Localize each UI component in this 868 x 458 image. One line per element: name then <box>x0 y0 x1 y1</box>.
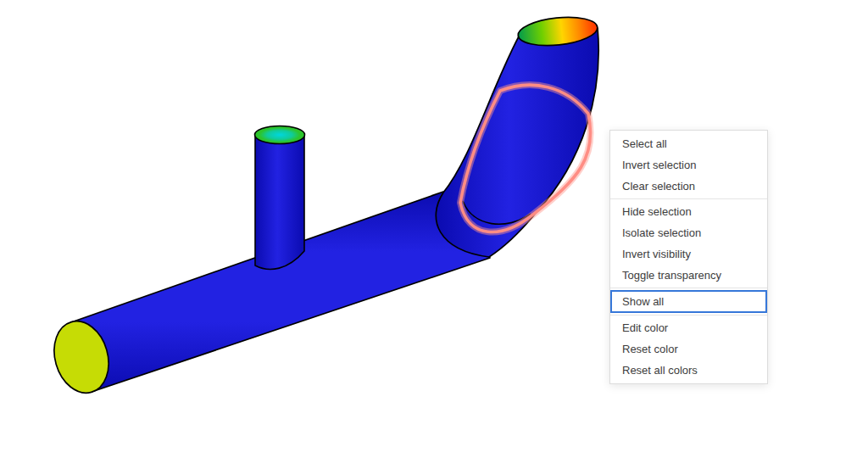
menu-item-reset-color[interactable]: Reset color <box>610 338 767 360</box>
menu-item-show-all[interactable]: Show all <box>610 290 767 313</box>
menu-item-hide-selection[interactable]: Hide selection <box>610 201 767 222</box>
menu-item-toggle-transparency[interactable]: Toggle transparency <box>610 265 767 286</box>
branch-pipe[interactable] <box>255 137 304 269</box>
menu-divider <box>610 315 767 316</box>
menu-divider <box>610 198 767 199</box>
menu-item-select-all[interactable]: Select all <box>610 133 767 154</box>
menu-item-invert-selection[interactable]: Invert selection <box>610 154 767 176</box>
menu-divider <box>610 288 767 288</box>
menu-item-clear-selection[interactable]: Clear selection <box>610 176 767 197</box>
app-window: Select all Invert selection Clear select… <box>0 0 868 458</box>
menu-item-invert-visibility[interactable]: Invert visibility <box>610 243 767 265</box>
menu-item-reset-all-colors[interactable]: Reset all colors <box>610 360 767 381</box>
branch-pipe-top-cap[interactable] <box>255 126 305 144</box>
menu-item-isolate-selection[interactable]: Isolate selection <box>610 222 767 243</box>
context-menu: Select all Invert selection Clear select… <box>609 130 768 384</box>
menu-item-edit-color[interactable]: Edit color <box>610 317 767 338</box>
